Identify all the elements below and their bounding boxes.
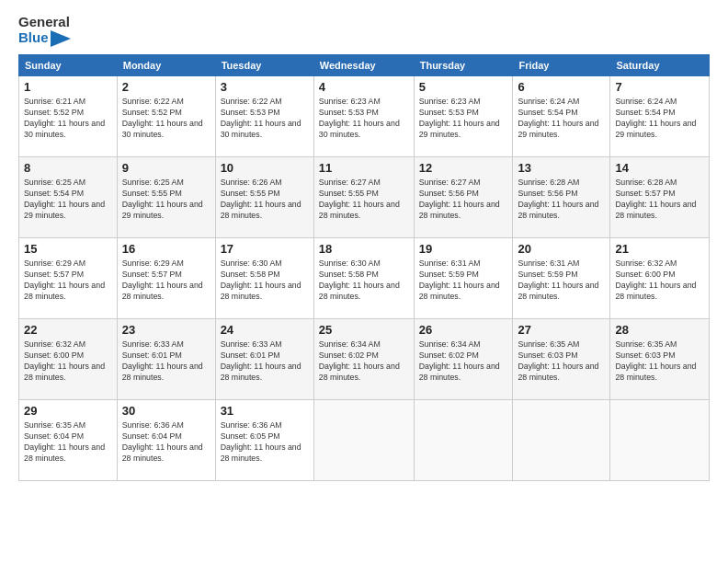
weekday-header-tuesday: Tuesday [215,54,313,75]
header: General Blue [18,15,710,47]
calendar-cell: 3Sunrise: 6:22 AMSunset: 5:53 PMDaylight… [215,75,313,156]
calendar-cell: 5Sunrise: 6:23 AMSunset: 5:53 PMDaylight… [414,75,513,156]
calendar-cell: 26Sunrise: 6:34 AMSunset: 6:02 PMDayligh… [414,318,513,399]
day-number: 13 [518,161,605,175]
day-number: 10 [221,161,309,175]
day-info: Sunrise: 6:27 AMSunset: 5:55 PMDaylight:… [319,177,409,222]
day-number: 29 [24,404,112,418]
day-info: Sunrise: 6:35 AMSunset: 6:04 PMDaylight:… [24,419,112,465]
day-number: 14 [615,161,704,175]
calendar-cell: 1Sunrise: 6:21 AMSunset: 5:52 PMDaylight… [19,75,118,156]
calendar-cell: 27Sunrise: 6:35 AMSunset: 6:03 PMDayligh… [513,318,610,399]
day-number: 22 [24,323,112,337]
calendar-page: General Blue SundayMondayTuesdayWednesda… [0,0,728,563]
day-number: 3 [221,80,309,94]
day-info: Sunrise: 6:22 AMSunset: 5:52 PMDaylight:… [122,96,210,141]
calendar-cell: 17Sunrise: 6:30 AMSunset: 5:58 PMDayligh… [215,237,313,318]
calendar-cell: 20Sunrise: 6:31 AMSunset: 5:59 PMDayligh… [513,237,610,318]
day-number: 17 [221,242,309,256]
day-info: Sunrise: 6:36 AMSunset: 6:05 PMDaylight:… [221,419,309,465]
week-row-3: 15Sunrise: 6:29 AMSunset: 5:57 PMDayligh… [19,237,710,318]
calendar-cell: 23Sunrise: 6:33 AMSunset: 6:01 PMDayligh… [117,318,215,399]
day-info: Sunrise: 6:28 AMSunset: 5:57 PMDaylight:… [615,177,704,222]
day-number: 5 [419,80,508,94]
calendar-cell: 25Sunrise: 6:34 AMSunset: 6:02 PMDayligh… [313,318,414,399]
weekday-header-saturday: Saturday [610,54,710,75]
calendar-cell: 31Sunrise: 6:36 AMSunset: 6:05 PMDayligh… [215,399,313,480]
day-info: Sunrise: 6:26 AMSunset: 5:55 PMDaylight:… [221,177,309,222]
day-info: Sunrise: 6:24 AMSunset: 5:54 PMDaylight:… [518,96,605,141]
calendar-cell: 28Sunrise: 6:35 AMSunset: 6:03 PMDayligh… [610,318,710,399]
day-info: Sunrise: 6:29 AMSunset: 5:57 PMDaylight:… [122,258,210,303]
calendar-cell: 21Sunrise: 6:32 AMSunset: 6:00 PMDayligh… [610,237,710,318]
logo-general: General [18,15,71,30]
day-info: Sunrise: 6:21 AMSunset: 5:52 PMDaylight:… [24,96,112,141]
day-info: Sunrise: 6:29 AMSunset: 5:57 PMDaylight:… [24,258,112,303]
day-number: 16 [122,242,210,256]
day-info: Sunrise: 6:30 AMSunset: 5:58 PMDaylight:… [319,258,409,303]
day-info: Sunrise: 6:30 AMSunset: 5:58 PMDaylight:… [221,258,309,303]
week-row-5: 29Sunrise: 6:35 AMSunset: 6:04 PMDayligh… [19,399,710,480]
day-info: Sunrise: 6:35 AMSunset: 6:03 PMDaylight:… [518,339,605,384]
calendar-table: SundayMondayTuesdayWednesdayThursdayFrid… [18,54,710,481]
day-number: 23 [122,323,210,337]
day-info: Sunrise: 6:33 AMSunset: 6:01 PMDaylight:… [122,339,210,384]
day-number: 8 [24,161,112,175]
calendar-cell: 19Sunrise: 6:31 AMSunset: 5:59 PMDayligh… [414,237,513,318]
weekday-header-wednesday: Wednesday [313,54,414,75]
day-info: Sunrise: 6:25 AMSunset: 5:55 PMDaylight:… [122,177,210,222]
day-number: 12 [419,161,508,175]
day-number: 20 [518,242,605,256]
calendar-cell: 2Sunrise: 6:22 AMSunset: 5:52 PMDaylight… [117,75,215,156]
day-info: Sunrise: 6:22 AMSunset: 5:53 PMDaylight:… [221,96,309,141]
calendar-cell: 13Sunrise: 6:28 AMSunset: 5:56 PMDayligh… [513,156,610,237]
day-info: Sunrise: 6:34 AMSunset: 6:02 PMDaylight:… [319,339,409,384]
weekday-header-thursday: Thursday [414,54,513,75]
day-number: 2 [122,80,210,94]
day-info: Sunrise: 6:31 AMSunset: 5:59 PMDaylight:… [518,258,605,303]
logo-graphic: General Blue [18,15,71,47]
calendar-cell: 4Sunrise: 6:23 AMSunset: 5:53 PMDaylight… [313,75,414,156]
day-info: Sunrise: 6:35 AMSunset: 6:03 PMDaylight:… [615,339,704,384]
week-row-2: 8Sunrise: 6:25 AMSunset: 5:54 PMDaylight… [19,156,710,237]
calendar-cell: 8Sunrise: 6:25 AMSunset: 5:54 PMDaylight… [19,156,118,237]
day-number: 9 [122,161,210,175]
week-row-4: 22Sunrise: 6:32 AMSunset: 6:00 PMDayligh… [19,318,710,399]
calendar-cell [414,399,513,480]
day-number: 24 [221,323,309,337]
day-number: 4 [319,80,409,94]
weekday-header-sunday: Sunday [19,54,118,75]
day-info: Sunrise: 6:23 AMSunset: 5:53 PMDaylight:… [419,96,508,141]
day-number: 28 [615,323,704,337]
svg-marker-0 [51,30,71,47]
day-info: Sunrise: 6:33 AMSunset: 6:01 PMDaylight:… [221,339,309,384]
calendar-cell [313,399,414,480]
calendar-cell: 15Sunrise: 6:29 AMSunset: 5:57 PMDayligh… [19,237,118,318]
calendar-cell: 16Sunrise: 6:29 AMSunset: 5:57 PMDayligh… [117,237,215,318]
day-info: Sunrise: 6:27 AMSunset: 5:56 PMDaylight:… [419,177,508,222]
day-info: Sunrise: 6:25 AMSunset: 5:54 PMDaylight:… [24,177,112,222]
day-number: 18 [319,242,409,256]
day-number: 6 [518,80,605,94]
day-info: Sunrise: 6:28 AMSunset: 5:56 PMDaylight:… [518,177,605,222]
calendar-cell: 12Sunrise: 6:27 AMSunset: 5:56 PMDayligh… [414,156,513,237]
logo-arrow-icon [51,30,71,47]
day-number: 21 [615,242,704,256]
calendar-cell [513,399,610,480]
calendar-cell: 10Sunrise: 6:26 AMSunset: 5:55 PMDayligh… [215,156,313,237]
calendar-cell: 7Sunrise: 6:24 AMSunset: 5:54 PMDaylight… [610,75,710,156]
day-number: 27 [518,323,605,337]
calendar-cell: 9Sunrise: 6:25 AMSunset: 5:55 PMDaylight… [117,156,215,237]
day-number: 25 [319,323,409,337]
day-number: 11 [319,161,409,175]
week-row-1: 1Sunrise: 6:21 AMSunset: 5:52 PMDaylight… [19,75,710,156]
day-info: Sunrise: 6:24 AMSunset: 5:54 PMDaylight:… [615,96,704,141]
day-number: 1 [24,80,112,94]
logo: General Blue [18,15,71,47]
weekday-header-friday: Friday [513,54,610,75]
day-info: Sunrise: 6:36 AMSunset: 6:04 PMDaylight:… [122,419,210,465]
logo-blue: Blue [18,30,71,47]
day-number: 31 [221,404,309,418]
day-info: Sunrise: 6:32 AMSunset: 6:00 PMDaylight:… [615,258,704,303]
calendar-cell: 30Sunrise: 6:36 AMSunset: 6:04 PMDayligh… [117,399,215,480]
